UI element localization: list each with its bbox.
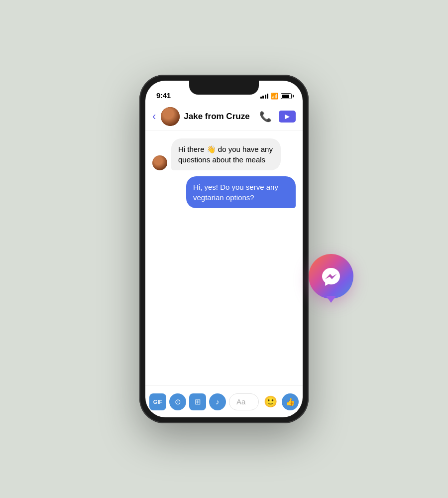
text-input-area[interactable]: Aa: [229, 393, 259, 410]
emoji-icon: 🙂: [264, 395, 277, 408]
contact-avatar: [161, 107, 180, 126]
contact-name[interactable]: Jake from Cruze: [184, 112, 255, 122]
sent-message-text: Hi, yes! Do you serve any vegtarian opti…: [193, 183, 278, 202]
sent-bubble: Hi, yes! Do you serve any vegtarian opti…: [186, 176, 296, 208]
video-icon: ▶: [285, 113, 290, 120]
notch: [189, 81, 259, 95]
like-button[interactable]: 👍: [282, 393, 299, 410]
received-bubble: Hi there 👋 do you have any questions abo…: [171, 138, 281, 170]
mic-icon: ♪: [216, 397, 220, 406]
signal-icon: [260, 94, 269, 99]
gif-label: GIF: [153, 399, 162, 405]
emoji-button[interactable]: 🙂: [262, 393, 279, 410]
status-icons: 📶: [260, 93, 292, 100]
camera-button[interactable]: ⊙: [169, 393, 186, 410]
image-icon: ⊞: [195, 397, 201, 406]
chat-area: Hi there 👋 do you have any questions abo…: [145, 130, 303, 385]
header-actions: 📞 ▶: [259, 111, 296, 123]
battery-icon: [281, 93, 292, 99]
mic-button[interactable]: ♪: [209, 393, 226, 410]
image-button[interactable]: ⊞: [189, 393, 206, 410]
input-placeholder: Aa: [236, 397, 245, 406]
wifi-icon: 📶: [271, 93, 278, 100]
messenger-logo: [309, 254, 353, 299]
message-row-sent: Hi, yes! Do you serve any vegtarian opti…: [152, 176, 296, 208]
gif-button[interactable]: GIF: [149, 393, 166, 410]
back-button[interactable]: ‹: [152, 110, 156, 123]
camera-icon: ⊙: [175, 397, 181, 406]
chat-header: ‹ Jake from Cruze 📞 ▶: [145, 103, 303, 130]
like-icon: 👍: [286, 397, 295, 406]
received-message-text: Hi there 👋 do you have any questions abo…: [178, 145, 273, 164]
phone-wrapper: 9:41 📶 ‹: [139, 75, 309, 423]
message-row: Hi there 👋 do you have any questions abo…: [152, 138, 296, 170]
phone-screen: 9:41 📶 ‹: [145, 81, 303, 417]
status-time: 9:41: [156, 91, 171, 100]
phone-call-icon[interactable]: 📞: [259, 111, 272, 123]
sender-avatar: [152, 155, 167, 170]
phone-frame: 9:41 📶 ‹: [139, 75, 309, 423]
input-bar: GIF ⊙ ⊞ ♪ Aa 🙂 👍: [145, 385, 303, 417]
video-call-button[interactable]: ▶: [279, 111, 296, 123]
